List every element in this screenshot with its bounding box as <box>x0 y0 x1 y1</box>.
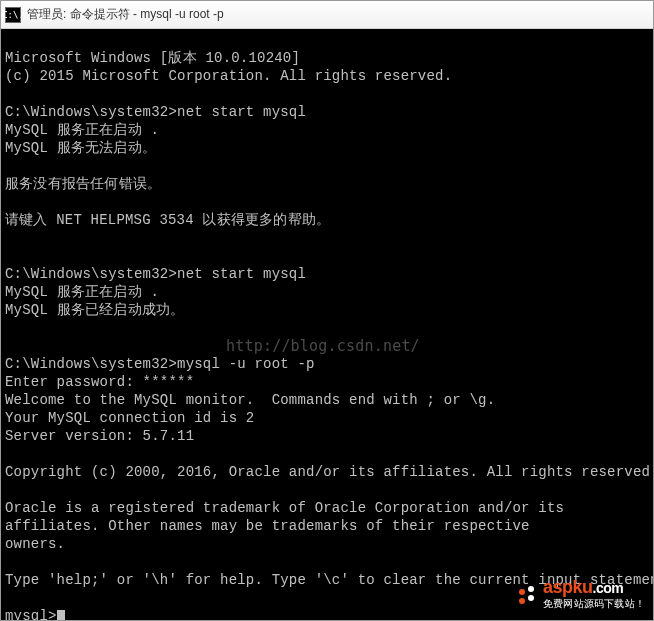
terminal-line: (c) 2015 Microsoft Corporation. All righ… <box>5 68 452 84</box>
terminal-line: C:\Windows\system32>mysql -u root -p <box>5 356 315 372</box>
window-title: 管理员: 命令提示符 - mysql -u root -p <box>27 6 224 23</box>
terminal-line: affiliates. Other names may be trademark… <box>5 518 530 534</box>
cursor <box>57 610 65 621</box>
terminal-line: MySQL 服务正在启动 . <box>5 122 159 138</box>
terminal-line: Microsoft Windows [版本 10.0.10240] <box>5 50 300 66</box>
csdn-watermark: http://blog.csdn.net/ <box>226 337 420 355</box>
brand-sub: 免费网站源码下载站！ <box>543 595 645 613</box>
terminal-line: 服务没有报告任何错误。 <box>5 176 161 192</box>
cmd-icon: C:\. <box>5 7 21 23</box>
terminal-line: owners. <box>5 536 65 552</box>
brand-dots-icon <box>519 586 539 606</box>
terminal-line: C:\Windows\system32>net start mysql <box>5 104 306 120</box>
terminal-line: MySQL 服务已经启动成功。 <box>5 302 184 318</box>
terminal-line: Welcome to the MySQL monitor. Commands e… <box>5 392 495 408</box>
terminal-line: Server version: 5.7.11 <box>5 428 194 444</box>
window-titlebar[interactable]: C:\. 管理员: 命令提示符 - mysql -u root -p <box>1 1 653 29</box>
terminal-line: C:\Windows\system32>net start mysql <box>5 266 306 282</box>
terminal-line: MySQL 服务正在启动 . <box>5 284 159 300</box>
terminal-line: MySQL 服务无法启动。 <box>5 140 156 156</box>
terminal-line: Copyright (c) 2000, 2016, Oracle and/or … <box>5 464 654 480</box>
terminal-line: Your MySQL connection id is 2 <box>5 410 254 426</box>
terminal-line: Oracle is a registered trademark of Orac… <box>5 500 564 516</box>
aspku-watermark: aspku.com 免费网站源码下载站！ <box>519 578 645 613</box>
mysql-prompt: mysql> <box>5 608 57 621</box>
terminal-output[interactable]: Microsoft Windows [版本 10.0.10240] (c) 20… <box>1 29 653 621</box>
terminal-line: Enter password: ****** <box>5 374 194 390</box>
terminal-line: 请键入 NET HELPMSG 3534 以获得更多的帮助。 <box>5 212 330 228</box>
